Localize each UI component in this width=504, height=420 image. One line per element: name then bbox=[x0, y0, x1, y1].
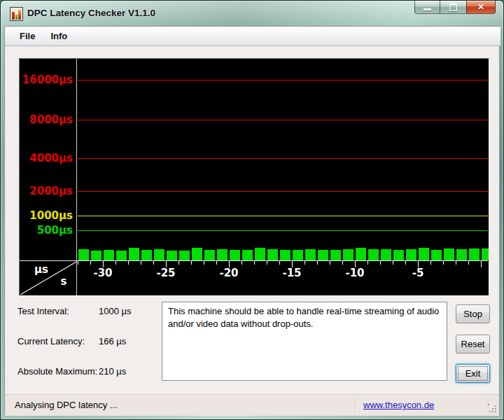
x-axis-tick bbox=[241, 261, 242, 265]
x-axis-tick bbox=[468, 261, 469, 265]
x-axis-tick bbox=[279, 261, 280, 265]
chart-plot: µs s 16000µs8000µs4000µs2000µs1000µs500µ… bbox=[20, 59, 489, 295]
latency-bar bbox=[141, 250, 152, 260]
gridline-1000us bbox=[78, 216, 488, 216]
y-axis-label: 500µs bbox=[20, 223, 73, 237]
latency-bar bbox=[179, 251, 190, 260]
x-axis-tick bbox=[443, 261, 444, 265]
x-axis-tick bbox=[267, 261, 267, 265]
latency-bar bbox=[318, 250, 328, 260]
latency-bar bbox=[267, 249, 278, 260]
x-axis-label: -20 bbox=[208, 267, 250, 279]
latency-bar bbox=[116, 251, 127, 260]
latency-bar bbox=[482, 248, 489, 260]
gridline-8000us bbox=[78, 120, 488, 120]
latency-bar bbox=[456, 249, 467, 260]
menu-info[interactable]: Info bbox=[43, 28, 75, 44]
x-axis-label: -30 bbox=[82, 267, 124, 279]
x-axis-tick bbox=[90, 261, 91, 265]
test-interval-label: Test Interval: bbox=[18, 306, 69, 316]
latency-bar bbox=[167, 251, 177, 260]
x-axis-tick bbox=[304, 261, 305, 265]
x-axis-tick bbox=[191, 261, 192, 265]
latency-bar bbox=[356, 248, 366, 260]
latency-bar bbox=[343, 249, 354, 260]
y-axis-label: 8000µs bbox=[20, 113, 73, 127]
x-axis-tick bbox=[317, 261, 318, 265]
latency-bar bbox=[204, 250, 215, 260]
latency-bar bbox=[330, 250, 341, 260]
latency-bar bbox=[192, 248, 202, 260]
x-axis-label: -10 bbox=[334, 267, 376, 279]
gridline-16000us bbox=[78, 80, 488, 80]
maximize-button[interactable] bbox=[440, 1, 466, 14]
latency-bar bbox=[129, 248, 139, 260]
exit-button[interactable]: Exit bbox=[456, 364, 490, 383]
test-interval-value: 1000 µs bbox=[99, 306, 132, 316]
x-axis-tick bbox=[342, 261, 343, 265]
x-axis-tick bbox=[393, 261, 393, 265]
gridline-500us bbox=[78, 230, 488, 231]
latency-bar bbox=[393, 250, 404, 260]
screen: DPC Latency Checker V1.1.0 ✕ File Info bbox=[0, 0, 504, 420]
status-separator-left bbox=[355, 398, 356, 413]
x-axis-tick bbox=[456, 261, 456, 265]
x-axis-tick bbox=[204, 261, 204, 265]
x-axis-tick bbox=[380, 261, 381, 265]
latency-bar bbox=[305, 249, 316, 260]
y-axis-label: 2000µs bbox=[20, 184, 73, 198]
latency-bar bbox=[444, 248, 454, 260]
minimize-icon bbox=[424, 8, 431, 10]
latency-bar bbox=[217, 249, 227, 260]
menu-file[interactable]: File bbox=[12, 28, 43, 44]
x-axis-tick bbox=[481, 261, 482, 267]
close-icon: ✕ bbox=[477, 3, 484, 11]
x-axis-tick bbox=[178, 261, 179, 265]
x-axis-tick bbox=[115, 261, 116, 265]
latency-bar bbox=[280, 250, 290, 260]
x-axis-tick bbox=[405, 261, 406, 265]
icon-bar-red bbox=[12, 12, 15, 20]
x-axis-tick bbox=[330, 261, 330, 265]
current-latency-value: 166 µs bbox=[99, 336, 126, 346]
x-axis-tick bbox=[430, 261, 431, 265]
minimize-button[interactable] bbox=[414, 1, 440, 14]
y-axis-label: 1000µs bbox=[20, 209, 73, 223]
reset-button[interactable]: Reset bbox=[456, 335, 490, 354]
x-axis-tick bbox=[141, 261, 141, 265]
latency-bar bbox=[406, 249, 416, 260]
latency-bar bbox=[469, 248, 479, 260]
latency-bar bbox=[368, 249, 379, 260]
close-button[interactable]: ✕ bbox=[466, 1, 496, 14]
gridline-2000us bbox=[78, 191, 488, 192]
x-axis-tick bbox=[153, 261, 154, 265]
window-title: DPC Latency Checker V1.1.0 bbox=[27, 8, 155, 18]
latency-bar bbox=[293, 250, 303, 260]
current-latency-label: Current Latency: bbox=[18, 336, 85, 346]
status-bar: Analysing DPC latency ... www.thesycon.d… bbox=[5, 394, 499, 416]
latency-bar bbox=[78, 249, 89, 260]
resize-grip-icon[interactable] bbox=[488, 404, 496, 412]
thesycon-link[interactable]: www.thesycon.de bbox=[363, 395, 434, 416]
x-axis-label: -5 bbox=[397, 267, 439, 279]
latency-chart-panel: µs s 16000µs8000µs4000µs2000µs1000µs500µ… bbox=[19, 58, 489, 296]
x-axis-tick bbox=[216, 261, 217, 265]
status-text: Analysing DPC latency ... bbox=[15, 395, 118, 416]
x-axis-label: -15 bbox=[271, 267, 313, 279]
maximize-icon bbox=[449, 4, 457, 11]
latency-bar bbox=[255, 248, 265, 260]
latency-bar bbox=[154, 249, 164, 260]
x-axis-tick bbox=[128, 261, 129, 265]
title-bar[interactable]: DPC Latency Checker V1.1.0 ✕ bbox=[1, 1, 503, 26]
app-window: DPC Latency Checker V1.1.0 ✕ File Info bbox=[0, 0, 504, 420]
result-message: This machine should be able to handle re… bbox=[162, 302, 447, 381]
x-axis-tick bbox=[254, 261, 255, 265]
stop-button[interactable]: Stop bbox=[456, 304, 490, 323]
x-axis-label: -25 bbox=[145, 267, 187, 279]
y-axis-label: 4000µs bbox=[20, 151, 73, 165]
x-axis-tick bbox=[368, 261, 368, 265]
latency-bar bbox=[419, 248, 429, 260]
x-axis-tick bbox=[78, 261, 78, 265]
icon-bar-green bbox=[15, 15, 18, 20]
app-icon bbox=[10, 7, 23, 21]
